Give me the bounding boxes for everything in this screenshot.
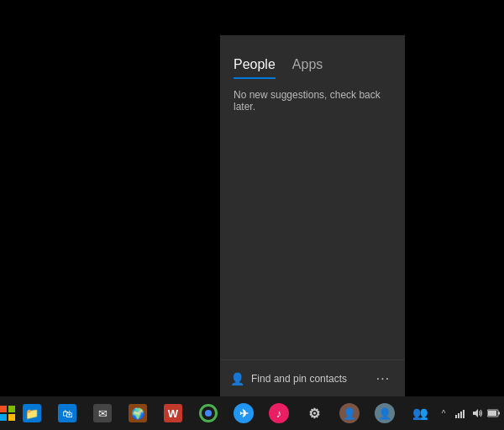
svg-rect-11 xyxy=(488,411,496,416)
tab-apps[interactable]: Apps xyxy=(292,57,323,79)
people-taskbar-icon[interactable]: 👥 xyxy=(403,396,437,430)
start-button[interactable] xyxy=(0,396,15,430)
people-panel: People Apps No new suggestions, check ba… xyxy=(220,35,405,396)
winstep-icon[interactable]: W xyxy=(156,396,190,430)
itunes-icon[interactable]: ♪ xyxy=(262,396,296,430)
telegram-icon[interactable]: ✈ xyxy=(227,396,260,430)
svg-rect-10 xyxy=(498,412,500,415)
taskbar: 📁 🛍 ✉ 🌍 W ✈ ♪ xyxy=(0,396,504,430)
file-explorer-icon[interactable]: 📁 xyxy=(15,396,49,430)
svg-marker-8 xyxy=(473,409,478,417)
panel-content: No new suggestions, check back later. xyxy=(220,79,405,359)
panel-footer: 👤 Find and pin contacts ··· xyxy=(220,359,405,396)
svg-rect-2 xyxy=(0,414,7,421)
empty-message: No new suggestions, check back later. xyxy=(234,89,391,113)
svg-rect-0 xyxy=(0,406,7,412)
volume-icon[interactable] xyxy=(470,406,484,420)
svg-rect-4 xyxy=(455,415,457,418)
panel-tabs: People Apps xyxy=(220,35,405,79)
tray-chevron[interactable]: ^ xyxy=(437,406,450,420)
tab-people[interactable]: People xyxy=(234,57,276,79)
system-tray: ^ ENG 4:41 PM xyxy=(437,396,504,430)
more-options-button[interactable]: ··· xyxy=(371,367,395,391)
svg-rect-5 xyxy=(458,413,459,418)
svg-rect-7 xyxy=(463,410,465,418)
battery-icon[interactable] xyxy=(487,406,501,420)
svg-rect-1 xyxy=(8,406,15,412)
taskbar-apps: 📁 🛍 ✉ 🌍 W ✈ ♪ xyxy=(15,396,437,430)
user-avatar2[interactable]: 👤 xyxy=(368,396,402,430)
browser-icon[interactable]: 🌍 xyxy=(121,396,155,430)
person-icon: 👤 xyxy=(230,372,244,385)
mail-icon[interactable]: ✉ xyxy=(86,396,119,430)
chrome-icon[interactable] xyxy=(192,396,225,430)
store-icon[interactable]: 🛍 xyxy=(50,396,84,430)
settings-icon[interactable]: ⚙ xyxy=(297,396,331,430)
network-icon[interactable] xyxy=(454,406,467,420)
user-avatar1[interactable]: 👤 xyxy=(333,396,366,430)
svg-rect-3 xyxy=(8,414,15,421)
svg-rect-6 xyxy=(460,412,462,418)
find-pin-contacts[interactable]: 👤 Find and pin contacts xyxy=(230,372,347,385)
